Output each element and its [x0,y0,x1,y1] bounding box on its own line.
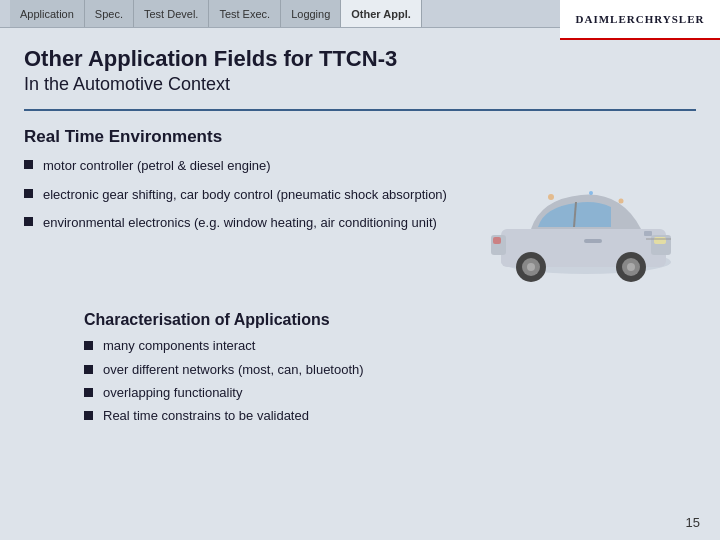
bullet-text: over different networks (most, can, blue… [103,361,364,379]
section2: Characterisation of Applications many co… [24,311,696,430]
bullet-icon [84,411,93,420]
list-item: over different networks (most, can, blue… [84,361,364,379]
svg-rect-17 [584,239,602,243]
bullet-icon [84,341,93,350]
slide-subtitle: In the Automotive Context [24,74,696,95]
tab-other-appl[interactable]: Other Appl. [341,0,421,27]
bullet-text: overlapping functionality [103,384,242,402]
bullet-text: electronic gear shifting, car body contr… [43,186,447,204]
list-item: many components interact [84,337,364,355]
section1-heading: Real Time Environments [24,127,696,147]
tab-spec[interactable]: Spec. [85,0,134,27]
bullet-text: Real time constrains to be validated [103,407,309,425]
svg-rect-4 [654,237,666,244]
svg-point-15 [589,191,593,195]
svg-point-9 [527,263,535,271]
tab-test-exec[interactable]: Test Exec. [209,0,281,27]
svg-point-16 [619,199,624,204]
list-item: Real time constrains to be validated [84,407,364,425]
bullet-text: environmental electronics (e.g. window h… [43,214,437,232]
list-item: electronic gear shifting, car body contr… [24,186,466,204]
svg-point-12 [627,263,635,271]
tab-test-devel[interactable]: Test Devel. [134,0,209,27]
bullet-icon [24,217,33,226]
bullet-text: many components interact [103,337,255,355]
svg-rect-18 [644,231,652,236]
section2-heading: Characterisation of Applications [84,311,330,329]
svg-point-14 [548,194,554,200]
main-content: Other Application Fields for TTCN-3 In t… [0,28,720,440]
section2-bullet-list: many components interact over different … [84,337,364,430]
tab-logging[interactable]: Logging [281,0,341,27]
list-item: overlapping functionality [84,384,364,402]
content-with-image: motor controller (petrol & diesel engine… [24,157,696,297]
separator [24,109,696,111]
logo-area: DaimlerChrysler [560,0,720,40]
tab-application[interactable]: Application [10,0,85,27]
page-number: 15 [686,515,700,530]
bullet-icon [24,160,33,169]
bullet-text: motor controller (petrol & diesel engine… [43,157,271,175]
bullet-icon [24,189,33,198]
list-item: motor controller (petrol & diesel engine… [24,157,466,175]
svg-rect-6 [493,237,501,244]
car-image [476,157,696,297]
slide-title: Other Application Fields for TTCN-3 [24,46,696,72]
bullet-icon [84,365,93,374]
section1-bullet-list: motor controller (petrol & diesel engine… [24,157,466,242]
bullet-icon [84,388,93,397]
list-item: environmental electronics (e.g. window h… [24,214,466,232]
logo-text: DaimlerChrysler [576,13,705,25]
